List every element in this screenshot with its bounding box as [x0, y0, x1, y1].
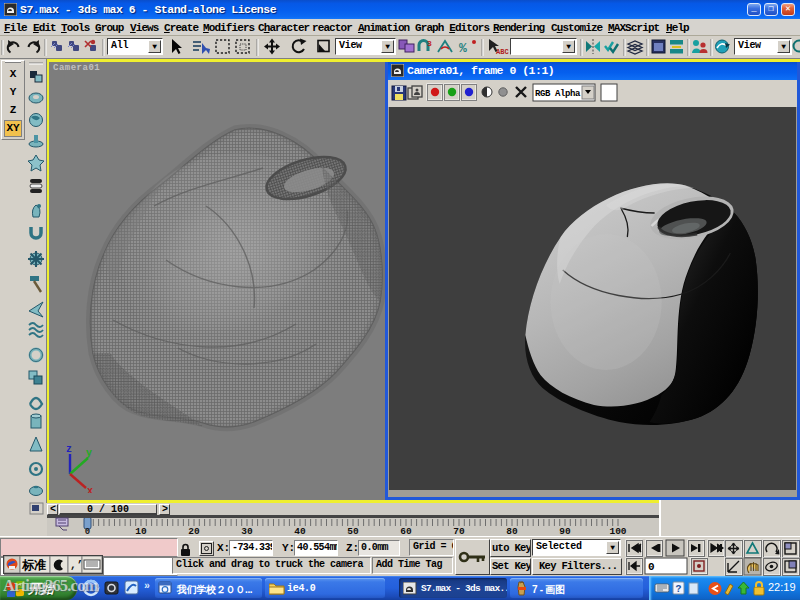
svg-text:30: 30 [241, 526, 253, 536]
svg-text:%: % [459, 41, 467, 56]
svg-text:»: » [144, 581, 150, 592]
svg-text:z: z [66, 444, 72, 455]
svg-text:x: x [87, 486, 93, 493]
svg-text:90: 90 [559, 526, 571, 536]
svg-text:3: 3 [427, 39, 432, 48]
svg-text:20: 20 [188, 526, 200, 536]
svg-text:0: 0 [85, 527, 90, 536]
svg-text:?: ? [676, 584, 682, 595]
svg-text:RGB Alpha: RGB Alpha [535, 89, 581, 99]
svg-text:0: 0 [648, 561, 655, 573]
svg-text:60: 60 [400, 526, 412, 536]
svg-text:ABC: ABC [496, 48, 509, 56]
svg-text:10: 10 [135, 526, 147, 536]
svg-text:100: 100 [609, 526, 626, 536]
svg-text:y: y [86, 448, 92, 459]
svg-text:40: 40 [294, 526, 306, 536]
svg-text:80: 80 [506, 526, 518, 536]
svg-text:70: 70 [453, 526, 465, 536]
svg-text:,’: ,’ [70, 559, 83, 571]
svg-text:50: 50 [347, 526, 359, 536]
svg-text:标准: 标准 [21, 558, 46, 572]
